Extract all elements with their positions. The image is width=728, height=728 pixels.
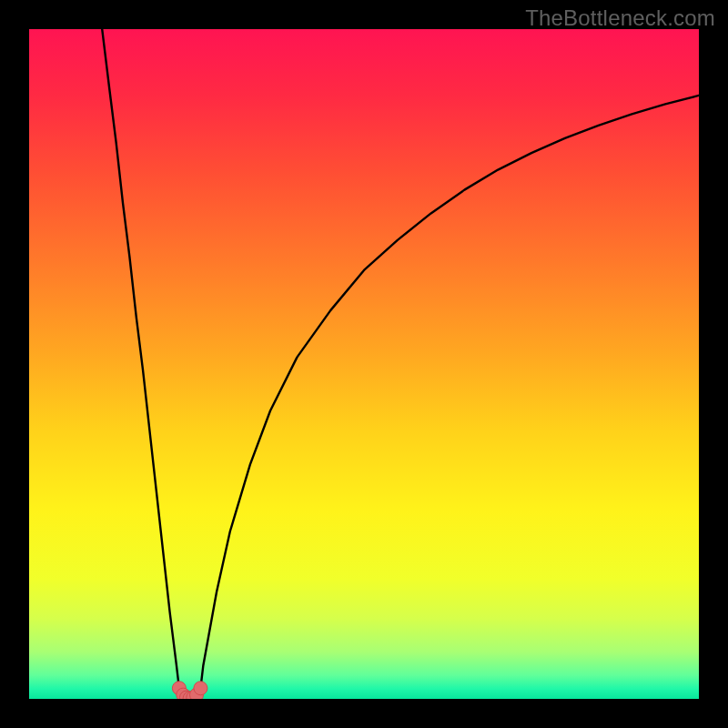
chart-svg — [29, 29, 699, 699]
chart-frame: TheBottleneck.com — [0, 0, 728, 728]
chart-plot-area — [29, 29, 699, 699]
marker-dot — [194, 682, 207, 695]
watermark-text: TheBottleneck.com — [525, 5, 715, 31]
chart-background-gradient — [29, 29, 699, 699]
